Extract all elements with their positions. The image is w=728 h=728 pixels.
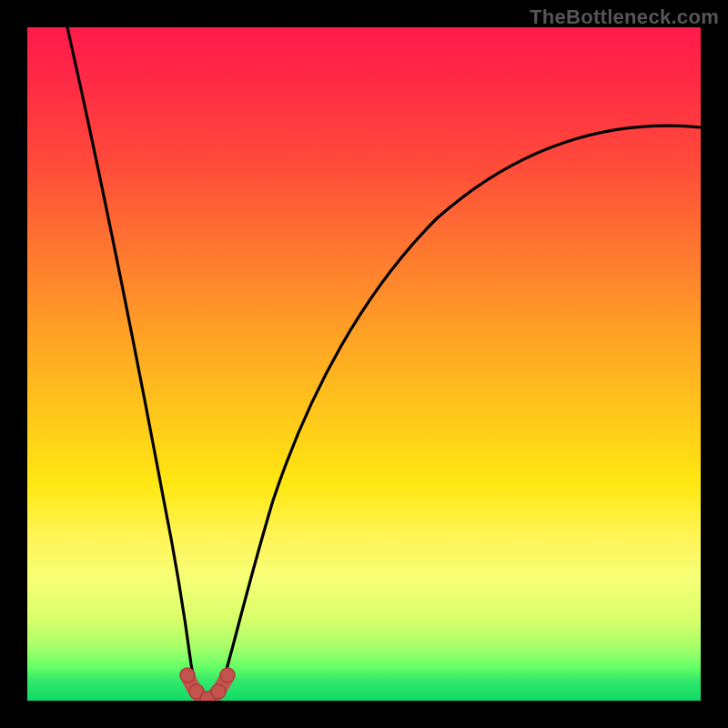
watermark-text: TheBottleneck.com [530,5,719,29]
curve-left-branch [67,27,200,697]
curve-layer [27,27,701,701]
marker-dot [180,668,195,682]
chart-frame: TheBottleneck.com [0,0,728,728]
curve-right-branch [218,126,701,697]
marker-dot [211,684,226,699]
plot-area [27,27,701,701]
marker-dot [220,668,235,682]
